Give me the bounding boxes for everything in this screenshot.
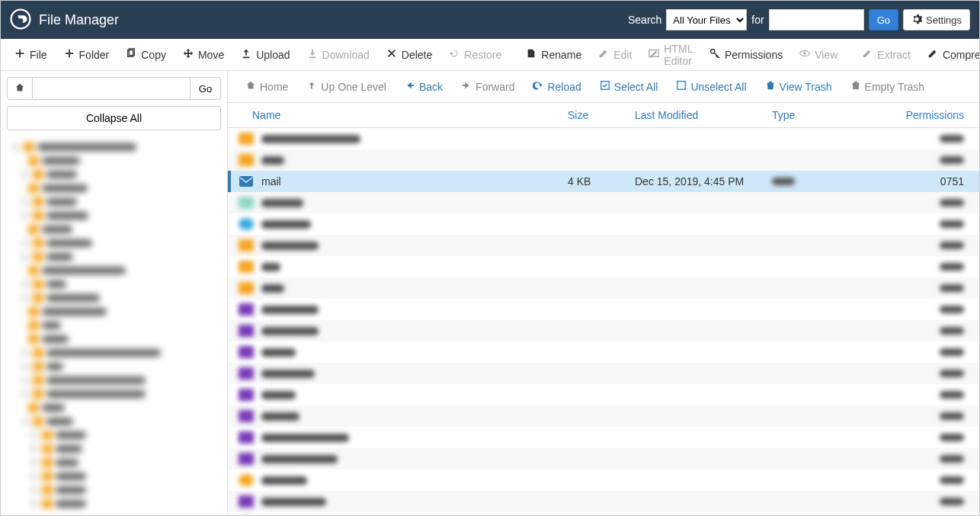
table-row[interactable] xyxy=(228,277,979,299)
table-row[interactable] xyxy=(228,448,979,470)
gear-icon xyxy=(911,14,922,27)
html-editor-button[interactable]: HTML Editor xyxy=(641,38,700,72)
search-go-button[interactable]: Go xyxy=(869,9,898,30)
mail-icon xyxy=(239,175,254,187)
table-row[interactable] xyxy=(228,128,979,149)
nav-up[interactable]: Up One Level xyxy=(299,76,393,97)
app-header: File Manager Search All Your Files for G… xyxy=(1,1,979,39)
home-icon xyxy=(14,82,25,95)
plus-icon xyxy=(14,48,25,61)
left-sidebar: Go Collapse All xyxy=(1,71,228,515)
table-row[interactable] xyxy=(228,491,979,512)
move-button[interactable]: Move xyxy=(175,43,232,66)
nav-select-all[interactable]: Select All xyxy=(593,76,665,97)
table-row[interactable] xyxy=(228,341,979,363)
for-label: for xyxy=(751,14,764,26)
row-permissions: 0751 xyxy=(894,175,969,187)
col-permissions[interactable]: Permissions xyxy=(894,109,969,121)
nav-forward[interactable]: Forward xyxy=(454,76,521,97)
new-file-button[interactable]: File xyxy=(7,43,55,66)
search-label: Search xyxy=(628,14,661,26)
rename-button[interactable]: Rename xyxy=(518,43,589,66)
nav-toolbar: Home Up One Level Back Forward Reload Se… xyxy=(228,71,979,103)
settings-button[interactable]: Settings xyxy=(903,9,970,30)
path-go-button[interactable]: Go xyxy=(191,77,221,100)
svg-point-6 xyxy=(803,52,806,55)
svg-rect-8 xyxy=(677,82,686,90)
permissions-button[interactable]: Permissions xyxy=(702,43,790,66)
nav-empty-trash[interactable]: Empty Trash xyxy=(844,76,932,97)
path-row: Go xyxy=(7,77,221,100)
key-icon xyxy=(709,48,720,61)
up-icon xyxy=(306,80,317,93)
edit-button[interactable]: Edit xyxy=(591,43,639,66)
square-icon xyxy=(676,80,687,93)
table-row[interactable] xyxy=(228,427,979,448)
extract-button[interactable]: Extract xyxy=(854,43,918,66)
app-title: File Manager xyxy=(39,12,628,28)
table-row-selected[interactable]: mail 4 KB Dec 15, 2019, 4:45 PM 0751 xyxy=(228,171,979,192)
trash-icon xyxy=(850,80,861,93)
row-name: mail xyxy=(261,175,281,187)
eye-icon xyxy=(799,48,810,61)
search-input[interactable] xyxy=(769,9,864,30)
col-name[interactable]: Name xyxy=(239,109,568,121)
table-row[interactable] xyxy=(228,470,979,491)
header-search: Search All Your Files for Go Settings xyxy=(628,9,970,30)
view-button[interactable]: View xyxy=(792,43,845,66)
new-folder-button[interactable]: Folder xyxy=(56,43,117,66)
col-modified[interactable]: Last Modified xyxy=(635,109,772,121)
table-row[interactable] xyxy=(228,299,979,320)
table-row[interactable] xyxy=(228,256,979,277)
nav-view-trash[interactable]: View Trash xyxy=(758,76,839,97)
svg-point-0 xyxy=(11,9,30,28)
download-icon xyxy=(307,48,318,61)
table-header: Name Size Last Modified Type Permissions xyxy=(228,103,979,128)
table-row[interactable] xyxy=(228,363,979,384)
path-input[interactable] xyxy=(33,77,191,100)
table-row[interactable] xyxy=(228,320,979,341)
home-icon xyxy=(245,80,256,93)
file-table[interactable]: mail 4 KB Dec 15, 2019, 4:45 PM 0751 xyxy=(228,128,979,515)
table-row[interactable] xyxy=(228,512,979,515)
back-icon xyxy=(405,80,415,93)
svg-rect-9 xyxy=(239,176,253,187)
plus-icon xyxy=(64,48,75,61)
extract-icon xyxy=(862,48,873,61)
restore-button[interactable]: Restore xyxy=(441,43,509,66)
main-area: Go Collapse All xyxy=(1,71,979,515)
table-row[interactable] xyxy=(228,384,979,405)
nav-reload[interactable]: Reload xyxy=(526,76,588,97)
move-icon xyxy=(183,48,194,61)
row-type xyxy=(772,175,894,187)
row-modified: Dec 15, 2019, 4:45 PM xyxy=(635,175,772,187)
compress-icon xyxy=(927,48,938,61)
table-row[interactable] xyxy=(228,192,979,213)
table-row[interactable] xyxy=(228,405,979,427)
folder-tree[interactable] xyxy=(7,136,221,509)
home-button[interactable] xyxy=(7,77,33,100)
compress-button[interactable]: Compress xyxy=(920,43,980,66)
col-type[interactable]: Type xyxy=(772,109,894,121)
delete-button[interactable]: Delete xyxy=(379,43,440,66)
nav-home[interactable]: Home xyxy=(239,76,295,97)
check-square-icon xyxy=(600,80,610,93)
copy-button[interactable]: Copy xyxy=(118,43,174,66)
upload-button[interactable]: Upload xyxy=(233,43,297,66)
search-scope-select[interactable]: All Your Files xyxy=(666,9,747,30)
reload-icon xyxy=(533,80,543,93)
table-row[interactable] xyxy=(228,149,979,171)
delete-icon xyxy=(386,48,397,61)
nav-unselect-all[interactable]: Unselect All xyxy=(669,76,753,97)
right-panel: Home Up One Level Back Forward Reload Se… xyxy=(228,71,979,515)
col-size[interactable]: Size xyxy=(568,109,635,121)
main-toolbar: File Folder Copy Move Upload Download De… xyxy=(1,39,979,71)
nav-back[interactable]: Back xyxy=(398,76,450,97)
table-row[interactable] xyxy=(228,213,979,235)
restore-icon xyxy=(449,48,460,61)
download-button[interactable]: Download xyxy=(299,43,377,66)
copy-icon xyxy=(126,48,136,61)
row-size: 4 KB xyxy=(568,175,635,187)
collapse-all-button[interactable]: Collapse All xyxy=(7,106,221,130)
table-row[interactable] xyxy=(228,235,979,256)
